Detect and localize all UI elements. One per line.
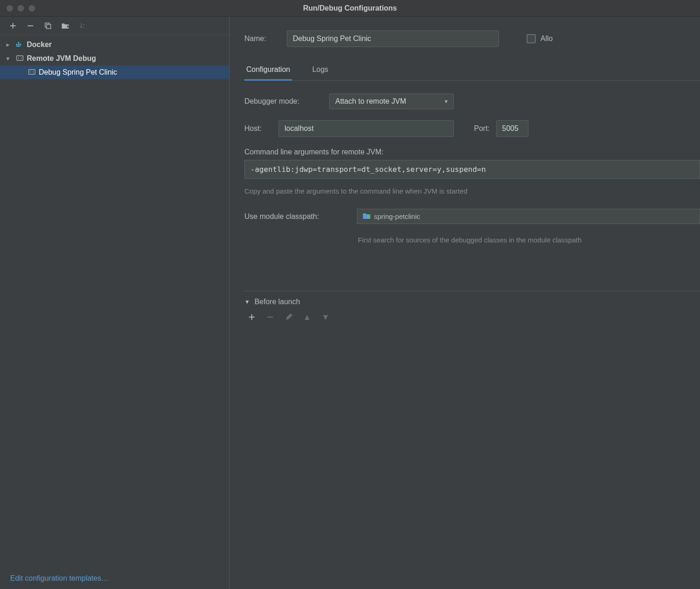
chevron-down-icon: ▾ — [6, 55, 13, 62]
copy-icon[interactable] — [43, 21, 53, 30]
save-template-icon[interactable] — [61, 21, 70, 30]
tree-node-config[interactable]: Debug Spring Pet Clinic — [0, 65, 229, 79]
divider — [244, 291, 700, 291]
cmdline-display[interactable]: -agentlib:jdwp=transport=dt_socket,serve… — [244, 160, 700, 179]
debugger-mode-label: Debugger mode: — [244, 97, 323, 106]
move-down-icon[interactable]: ▼ — [321, 312, 330, 322]
sort-icon[interactable]: az — [78, 21, 88, 30]
module-label: Use module classpath: — [244, 212, 350, 221]
tab-configuration[interactable]: Configuration — [244, 65, 292, 81]
title-bar: Run/Debug Configurations — [0, 0, 700, 17]
svg-point-9 — [18, 58, 19, 59]
select-value: spring-petclinic — [374, 212, 420, 220]
close-window-icon[interactable] — [6, 5, 13, 12]
sidebar: az ▸ Docker ▾ Remote JVM Debug — [0, 17, 230, 589]
add-icon[interactable] — [8, 21, 18, 30]
maximize-window-icon[interactable] — [29, 5, 35, 12]
chevron-right-icon: ▸ — [6, 41, 13, 48]
before-launch-toolbar: ▲ ▼ — [244, 311, 700, 324]
host-input[interactable] — [279, 120, 454, 137]
svg-rect-14 — [368, 216, 370, 218]
svg-rect-1 — [47, 24, 51, 29]
port-label: Port: — [474, 124, 490, 133]
svg-rect-4 — [16, 44, 18, 45]
section-title: Before launch — [255, 298, 300, 306]
svg-point-12 — [30, 71, 31, 72]
svg-rect-7 — [20, 44, 21, 45]
svg-point-13 — [33, 71, 34, 72]
add-icon[interactable] — [247, 312, 256, 322]
sidebar-toolbar: az — [0, 17, 229, 35]
module-classpath-select[interactable]: spring-petclinic — [357, 209, 700, 224]
svg-point-10 — [21, 58, 22, 59]
module-hint: First search for sources of the debugged… — [358, 235, 700, 245]
remote-debug-icon — [16, 54, 24, 63]
svg-rect-6 — [18, 42, 19, 43]
remote-debug-icon — [28, 68, 36, 77]
cmdline-label: Command line arguments for remote JVM: — [244, 148, 700, 156]
remove-icon[interactable] — [26, 21, 35, 30]
host-label: Host: — [244, 124, 272, 133]
debugger-mode-select[interactable]: Attach to remote JVM ▼ — [329, 94, 454, 109]
edit-templates-link[interactable]: Edit configuration templates… — [0, 568, 229, 589]
select-value: Attach to remote JVM — [335, 97, 406, 106]
tree-label: Docker — [27, 41, 52, 49]
edit-icon[interactable] — [284, 312, 293, 322]
tree-node-remote-jvm[interactable]: ▾ Remote JVM Debug — [0, 52, 229, 65]
tabs: Configuration Logs — [244, 65, 700, 81]
svg-rect-5 — [18, 44, 19, 45]
name-label: Name: — [244, 35, 287, 43]
remove-icon[interactable] — [266, 312, 275, 322]
name-input[interactable] — [287, 30, 499, 47]
tree-label: Debug Spring Pet Clinic — [39, 68, 117, 77]
window-title: Run/Debug Configurations — [303, 4, 397, 12]
docker-icon — [16, 41, 24, 49]
module-icon — [363, 212, 370, 220]
svg-rect-8 — [17, 56, 23, 60]
chevron-down-icon: ▼ — [244, 299, 250, 305]
chevron-down-icon: ▼ — [444, 99, 449, 104]
content-panel: Name: Allo Configuration Logs Debugger m… — [230, 17, 700, 589]
svg-rect-11 — [29, 70, 35, 74]
svg-text:a: a — [83, 23, 85, 26]
allow-parallel-checkbox[interactable] — [527, 34, 536, 43]
tree-node-docker[interactable]: ▸ Docker — [0, 38, 229, 52]
tree-label: Remote JVM Debug — [27, 54, 96, 63]
tab-logs[interactable]: Logs — [310, 65, 330, 80]
window-controls — [0, 5, 35, 12]
before-launch-header[interactable]: ▼ Before launch — [244, 298, 700, 306]
allow-parallel-label: Allo — [540, 35, 583, 43]
cmdline-hint: Copy and paste the arguments to the comm… — [244, 187, 700, 195]
svg-text:z: z — [83, 26, 84, 29]
move-up-icon[interactable]: ▲ — [303, 312, 312, 322]
config-tree: ▸ Docker ▾ Remote JVM Debug Debug Spring… — [0, 35, 229, 568]
minimize-window-icon[interactable] — [18, 5, 24, 12]
port-input[interactable] — [496, 120, 528, 137]
